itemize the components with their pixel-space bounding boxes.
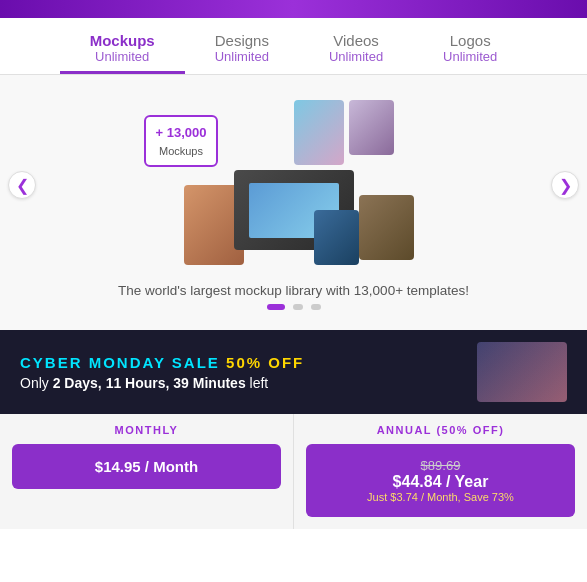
tab-logos-sub: Unlimited <box>443 49 497 64</box>
promo-title: CYBER MONDAY SALE 50% OFF <box>20 354 477 371</box>
photo-book <box>314 210 359 265</box>
tab-mockups-main: Mockups <box>90 32 155 49</box>
promo-subtitle: Only 2 Days, 11 Hours, 39 Minutes left <box>20 375 477 391</box>
tabs-container: Mockups Unlimited Designs Unlimited Vide… <box>0 18 587 75</box>
monthly-button[interactable]: $14.95 / Month <box>12 444 281 489</box>
badge-label: Mockups <box>159 145 203 157</box>
promo-minutes: 39 Minutes <box>173 375 245 391</box>
badge-plus: + 13,000 <box>156 125 207 140</box>
promo-suffix: left <box>246 375 269 391</box>
promo-hours: 11 Hours, <box>106 375 170 391</box>
photo-woman <box>349 100 394 155</box>
tab-videos-main: Videos <box>333 32 379 49</box>
promo-left: CYBER MONDAY SALE 50% OFF Only 2 Days, 1… <box>20 354 477 391</box>
carousel-dots <box>267 304 321 320</box>
tab-videos-sub: Unlimited <box>329 49 383 64</box>
dot-2[interactable] <box>293 304 303 310</box>
photo-frames <box>359 195 414 260</box>
tab-mockups-sub: Unlimited <box>95 49 149 64</box>
tab-designs-main: Designs <box>215 32 269 49</box>
annual-label: ANNUAL (50% off) <box>377 424 505 436</box>
mockup-badge: + 13,000 Mockups <box>144 115 219 167</box>
tab-mockups[interactable]: Mockups Unlimited <box>60 28 185 74</box>
pricing-section: MONTHLY $14.95 / Month ANNUAL (50% off) … <box>0 414 587 529</box>
tab-videos[interactable]: Videos Unlimited <box>299 28 413 74</box>
main-content: ❮ + 13,000 Mockups ❯ The world's largest… <box>0 75 587 330</box>
original-price: $89.69 <box>421 458 461 473</box>
annual-button[interactable]: $89.69 $44.84 / Year Just $3.74 / Month,… <box>306 444 575 517</box>
arrow-left[interactable]: ❮ <box>8 171 36 199</box>
top-bar <box>0 0 587 18</box>
pricing-monthly: MONTHLY $14.95 / Month <box>0 414 294 529</box>
promo-title-text: CYBER MONDAY SALE <box>20 354 226 371</box>
annual-price-container: $89.69 $44.84 / Year Just $3.74 / Month,… <box>314 458 567 503</box>
tab-designs-sub: Unlimited <box>215 49 269 64</box>
promo-image <box>477 342 567 402</box>
promo-banner: CYBER MONDAY SALE 50% OFF Only 2 Days, 1… <box>0 330 587 414</box>
carousel-description: The world's largest mockup library with … <box>98 275 489 304</box>
mockup-composite: + 13,000 Mockups <box>144 100 444 270</box>
dot-1[interactable] <box>267 304 285 310</box>
mockup-area: ❮ + 13,000 Mockups ❯ <box>0 95 587 275</box>
arrow-right[interactable]: ❯ <box>551 171 579 199</box>
promo-days: 2 Days, <box>53 375 102 391</box>
promo-img-overlay <box>477 342 567 402</box>
monthly-label: MONTHLY <box>115 424 179 436</box>
promo-title-highlight: 50% OFF <box>226 354 304 371</box>
tab-designs[interactable]: Designs Unlimited <box>185 28 299 74</box>
photo-tshirt <box>294 100 344 165</box>
pricing-annual: ANNUAL (50% off) $89.69 $44.84 / Year Ju… <box>294 414 587 529</box>
tab-logos[interactable]: Logos Unlimited <box>413 28 527 74</box>
dot-3[interactable] <box>311 304 321 310</box>
new-price: $44.84 / Year <box>393 473 489 491</box>
tab-logos-main: Logos <box>450 32 491 49</box>
save-text: Just $3.74 / Month, Save 73% <box>367 491 514 503</box>
